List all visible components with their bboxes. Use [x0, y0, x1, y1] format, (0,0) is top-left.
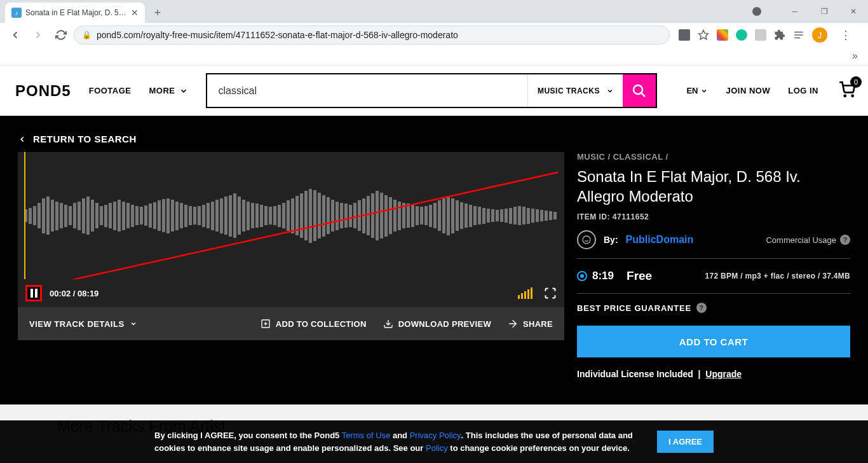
- item-id: ITEM ID: 47111652: [577, 212, 850, 221]
- forward-button[interactable]: [28, 25, 48, 45]
- reading-list-icon[interactable]: [793, 29, 804, 41]
- pause-icon: [31, 289, 37, 298]
- bookmark-star-icon[interactable]: [698, 29, 709, 41]
- nav-footage[interactable]: FOOTAGE: [89, 86, 132, 95]
- volume-control[interactable]: [518, 287, 532, 299]
- search-category-select[interactable]: MUSIC TRACKS: [527, 74, 623, 107]
- new-tab-button[interactable]: +: [149, 4, 166, 22]
- time-display: 00:02 / 08:19: [50, 289, 98, 298]
- translate-icon[interactable]: [679, 29, 690, 41]
- add-to-cart-button[interactable]: ADD TO CART: [577, 326, 850, 357]
- nav-more[interactable]: MORE: [149, 86, 188, 95]
- fullscreen-icon[interactable]: [544, 287, 557, 300]
- search-input[interactable]: [207, 74, 528, 107]
- close-window-button[interactable]: ✕: [839, 1, 868, 22]
- back-button[interactable]: [5, 25, 25, 45]
- login-link[interactable]: LOG IN: [788, 86, 818, 95]
- window-controls: ─ ❐ ✕: [752, 0, 868, 23]
- cookie-banner: By clicking I AGREE, you consent to the …: [0, 420, 868, 463]
- browser-tab[interactable]: ♪ Sonata in E Flat Major, D. 568 ✕: [5, 3, 145, 23]
- svg-point-13: [583, 236, 590, 244]
- price-guarantee[interactable]: BEST PRICE GUARANTEE ?: [577, 294, 850, 326]
- track-actions-bar: VIEW TRACK DETAILS ADD TO COLLECTION DOW…: [18, 307, 564, 340]
- policy-link[interactable]: Policy: [426, 443, 448, 453]
- svg-marker-1: [699, 31, 709, 39]
- pause-button[interactable]: [25, 285, 42, 301]
- browser-chrome: ♪ Sonata in E Flat Major, D. 568 ✕ + ─ ❐…: [0, 0, 868, 65]
- author-avatar-icon: [577, 230, 596, 249]
- minimize-button[interactable]: ─: [780, 1, 810, 22]
- duration-option[interactable]: 8:19: [577, 270, 614, 282]
- player-column: 00:02 / 08:19 VIEW TRACK DETAILS: [18, 152, 564, 379]
- chrome-menu-icon[interactable]: ⋮: [835, 28, 857, 42]
- upgrade-link[interactable]: Upgrade: [705, 369, 742, 379]
- profile-avatar[interactable]: J: [812, 27, 827, 43]
- chevron-down-icon: [179, 86, 188, 95]
- chevron-down-icon: [606, 87, 614, 95]
- format-info: 172 BPM / mp3 + flac / stereo / 37.4MB: [705, 272, 851, 280]
- collection-icon: [261, 319, 271, 329]
- lock-icon: 🔒: [82, 31, 92, 39]
- share-button[interactable]: SHARE: [508, 319, 553, 329]
- agree-button[interactable]: I AGREE: [657, 431, 714, 453]
- breadcrumbs: MUSIC / CLASSICAL /: [577, 152, 850, 162]
- search-bar: MUSIC TRACKS: [206, 73, 658, 108]
- crumb-music[interactable]: MUSIC: [577, 152, 605, 162]
- reload-button[interactable]: [51, 25, 71, 45]
- chevron-left-icon: [18, 135, 27, 144]
- info-icon: ?: [696, 303, 707, 313]
- author-row: By: PublicDomain Commercial Usage ?: [577, 230, 850, 259]
- waveform[interactable]: [18, 152, 564, 279]
- radio-selected-icon: [577, 271, 587, 281]
- chevron-right-icon[interactable]: »: [852, 50, 858, 62]
- track-title: Sonata In E Flat Major, D. 568 Iv. Alleg…: [577, 167, 850, 206]
- add-to-collection-button[interactable]: ADD TO COLLECTION: [261, 319, 367, 329]
- svg-point-7: [844, 95, 846, 96]
- ext-icon-3[interactable]: [755, 29, 766, 41]
- join-now-link[interactable]: JOIN NOW: [726, 86, 770, 95]
- svg-point-8: [852, 95, 853, 96]
- cart-button[interactable]: 0: [839, 81, 855, 100]
- privacy-link[interactable]: Privacy Policy: [410, 431, 461, 440]
- svg-rect-0: [679, 29, 690, 41]
- info-column: MUSIC / CLASSICAL / Sonata In E Flat Maj…: [577, 152, 850, 379]
- duration: 8:19: [592, 270, 614, 282]
- site-header: POND5 FOOTAGE MORE MUSIC TRACKS EN JOIN …: [0, 65, 868, 116]
- terms-link[interactable]: Terms of Use: [342, 431, 391, 440]
- ext-icon-2[interactable]: [736, 29, 747, 41]
- cookie-text: By clicking I AGREE, you consent to the …: [154, 429, 638, 454]
- favicon-icon: ♪: [11, 8, 22, 18]
- language-select[interactable]: EN: [686, 86, 708, 95]
- url-text: pond5.com/royalty-free-music/item/471116…: [97, 30, 458, 40]
- cart-badge: 0: [850, 76, 862, 88]
- playhead[interactable]: [24, 152, 25, 279]
- usage-info[interactable]: Commercial Usage ?: [766, 235, 850, 245]
- logo[interactable]: POND5: [15, 82, 71, 100]
- author-link[interactable]: PublicDomain: [626, 234, 694, 245]
- share-icon: [508, 319, 518, 329]
- address-bar: 🔒 pond5.com/royalty-free-music/item/4711…: [0, 23, 868, 47]
- player-controls: 00:02 / 08:19: [18, 279, 564, 307]
- search-icon: [632, 83, 647, 99]
- price: Free: [627, 269, 652, 283]
- main-content: RETURN TO SEARCH 00:02 / 08:19: [0, 116, 868, 404]
- view-track-details[interactable]: VIEW TRACK DETAILS: [29, 319, 137, 329]
- svg-line-6: [641, 93, 645, 97]
- profile-indicator-icon[interactable]: [752, 7, 761, 16]
- by-label: By:: [604, 235, 618, 245]
- crumb-classical[interactable]: CLASSICAL: [613, 152, 663, 162]
- svg-point-5: [634, 85, 642, 94]
- extensions-icon[interactable]: [774, 29, 785, 41]
- chevron-down-icon: [700, 87, 708, 95]
- download-preview-button[interactable]: DOWNLOAD PREVIEW: [383, 319, 491, 329]
- search-button[interactable]: [623, 74, 656, 107]
- meta-row: 8:19 Free 172 BPM / mp3 + flac / stereo …: [577, 259, 850, 294]
- tab-close-icon[interactable]: ✕: [131, 8, 139, 18]
- download-icon: [383, 319, 393, 329]
- return-to-search-link[interactable]: RETURN TO SEARCH: [18, 134, 850, 144]
- maximize-button[interactable]: ❐: [810, 1, 839, 22]
- url-input[interactable]: 🔒 pond5.com/royalty-free-music/item/4711…: [74, 25, 670, 45]
- bookmark-overflow: »: [0, 47, 868, 65]
- tab-title: Sonata in E Flat Major, D. 568: [25, 8, 127, 17]
- ext-icon-1[interactable]: [717, 29, 728, 41]
